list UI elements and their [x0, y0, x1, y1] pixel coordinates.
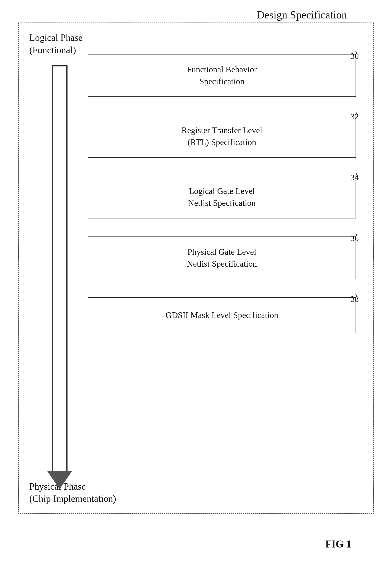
ref-number-38: 38: [351, 294, 359, 304]
spec-box-physical-gate: Physical Gate LevelNetlist Specification: [88, 236, 356, 279]
spec-box-rtl: Register Transfer Level(RTL) Specificati…: [88, 115, 356, 158]
physical-phase-label: Physical Phase (Chip Implementation): [29, 480, 116, 505]
page-title: Design Specification: [257, 8, 347, 21]
spec-box-functional-behavior: Functional BehaviorSpecification: [88, 54, 356, 97]
flow-arrow: [47, 65, 72, 489]
ref-number-30: 30: [351, 51, 359, 61]
ref-number-34: 34: [351, 173, 359, 182]
spec-box-logical-gate: Logical Gate LevelNetlist Specfication: [88, 176, 356, 218]
spec-box-gdsii: GDSII Mask Level Specification: [88, 297, 356, 333]
figure-label: FIG 1: [326, 538, 352, 550]
logical-phase-label: Logical Phase (Functional): [29, 32, 83, 56]
ref-number-32: 32: [351, 112, 359, 121]
arrow-shaft: [52, 65, 67, 471]
arrow-head: [47, 471, 72, 489]
ref-number-36: 36: [351, 234, 359, 243]
